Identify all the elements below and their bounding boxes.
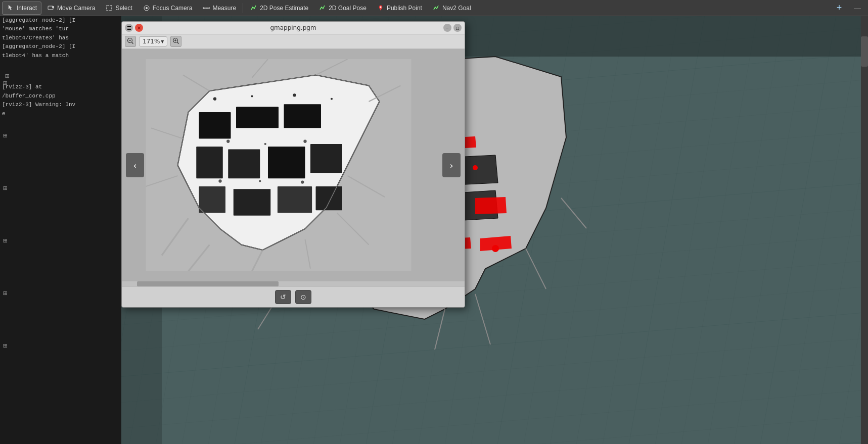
select-button[interactable]: Select xyxy=(101,2,136,15)
map-toolbar: 171% ▾ xyxy=(122,34,465,49)
svg-point-73 xyxy=(301,180,304,183)
terminal-line-4: [aggregator_node-2] [I xyxy=(0,42,121,51)
publish-point-icon xyxy=(377,4,385,12)
sidebar-icon-4[interactable]: ⊞ xyxy=(0,235,10,245)
pose-estimate-icon xyxy=(250,4,258,12)
svg-point-67 xyxy=(331,98,333,100)
sidebar-icon-1[interactable]: ⊞ xyxy=(0,78,10,88)
svg-rect-46 xyxy=(268,146,305,178)
scrollbar-thumb xyxy=(861,36,868,67)
nav-arrow-left[interactable]: ‹ xyxy=(126,153,144,177)
goal-pose-icon xyxy=(318,4,327,12)
measure-icon xyxy=(202,4,210,12)
2d-goal-pose-button[interactable]: 2D Goal Pose xyxy=(314,2,371,15)
svg-point-69 xyxy=(264,143,266,145)
viewport-scrollbar[interactable] xyxy=(861,16,868,444)
terminal-line-5: tlebot4' has a match xyxy=(0,52,121,60)
add-icon: + xyxy=(835,4,843,12)
main-layout: [aggregator_node-2] [I 'Mouse' matches '… xyxy=(0,16,868,444)
svg-point-12 xyxy=(380,6,381,8)
terminal-line-10: e xyxy=(0,110,121,118)
svg-rect-47 xyxy=(310,144,342,173)
publish-point-button[interactable]: Publish Point xyxy=(372,2,427,15)
center-icon: ⊙ xyxy=(300,293,306,301)
nav2-goal-button[interactable]: Nav2 Goal xyxy=(428,2,476,15)
zoom-out-button[interactable] xyxy=(125,36,136,47)
terminal-line-2: 'Mouse' matches 'tur xyxy=(0,25,121,33)
zoom-value: 171% xyxy=(143,38,160,45)
nav2-goal-icon xyxy=(432,4,440,12)
map-scrollbar[interactable] xyxy=(122,281,465,286)
svg-point-72 xyxy=(259,180,261,182)
window-maximize-button[interactable]: □ xyxy=(453,24,462,32)
terminal-line-9: [rviz2-3] Warning: Inv xyxy=(0,101,121,109)
terminal-line-6 xyxy=(0,60,121,69)
svg-line-39 xyxy=(177,42,179,43)
zoom-in-icon xyxy=(172,37,179,46)
svg-line-35 xyxy=(132,42,133,43)
move-camera-label: Move Camera xyxy=(57,5,95,12)
svg-rect-45 xyxy=(228,150,260,179)
2d-pose-estimate-button[interactable]: 2D Pose Estimate xyxy=(245,2,313,15)
zoom-in-button[interactable] xyxy=(170,36,181,47)
svg-point-70 xyxy=(303,140,306,143)
minimize-button[interactable]: — xyxy=(849,2,866,15)
focus-camera-button[interactable]: Focus Camera xyxy=(138,2,197,15)
pgm-map-image xyxy=(137,59,420,271)
divider-1 xyxy=(243,3,243,13)
nav2-goal-label: Nav2 Goal xyxy=(442,5,471,12)
window-menu-button[interactable]: ☰ xyxy=(125,24,133,32)
map-footer: ↺ ⊙ xyxy=(122,286,465,307)
sidebar-icon-row-1: ⊞ xyxy=(0,69,121,83)
svg-rect-48 xyxy=(199,186,226,213)
reset-icon: ↺ xyxy=(280,293,286,301)
move-camera-button[interactable]: Move Camera xyxy=(42,2,100,15)
map-center-button[interactable]: ⊙ xyxy=(295,290,311,304)
sidebar-icon-5[interactable]: ⊞ xyxy=(0,288,10,298)
svg-rect-2 xyxy=(107,6,112,11)
select-label: Select xyxy=(115,5,132,12)
terminal-line-3: tlebot4/Create3' has xyxy=(0,34,121,42)
zoom-level-display[interactable]: 171% ▾ xyxy=(139,36,167,46)
svg-point-71 xyxy=(218,179,221,182)
svg-rect-51 xyxy=(316,186,343,210)
svg-point-1 xyxy=(52,6,54,8)
svg-point-21 xyxy=(473,165,478,170)
svg-point-64 xyxy=(213,97,216,101)
goal-pose-label: 2D Goal Pose xyxy=(329,5,367,12)
sidebar-icon-3[interactable]: ⊞ xyxy=(0,183,10,193)
3d-viewport[interactable]: ☰ ✕ gmapping.pgm − □ xyxy=(121,16,868,444)
terminal-line-1: [aggregator_node-2] [I xyxy=(0,16,121,25)
nav-arrow-right[interactable]: › xyxy=(442,153,461,177)
interact-label: Interact xyxy=(17,5,37,12)
svg-rect-50 xyxy=(278,186,312,213)
svg-rect-44 xyxy=(196,146,223,178)
interact-button[interactable]: Interact xyxy=(2,2,41,15)
scrollbar-thumb xyxy=(137,281,279,286)
focus-camera-label: Focus Camera xyxy=(153,5,193,12)
select-icon xyxy=(105,4,113,12)
pose-estimate-label: 2D Pose Estimate xyxy=(260,5,308,12)
minimize-icon: — xyxy=(853,4,861,12)
map-reset-button[interactable]: ↺ xyxy=(275,290,291,304)
dropdown-arrow: ▾ xyxy=(161,38,164,45)
terminal-line-7: [rviz2-3] at xyxy=(0,83,121,91)
terminal-panel: [aggregator_node-2] [I 'Mouse' matches '… xyxy=(0,16,121,444)
svg-point-24 xyxy=(492,245,499,252)
svg-point-4 xyxy=(146,7,148,9)
sidebar-icon-6[interactable]: ⊞ xyxy=(0,340,10,351)
right-arrow-icon: › xyxy=(449,160,453,171)
window-close-button[interactable]: ✕ xyxy=(135,24,143,32)
svg-rect-42 xyxy=(236,107,279,128)
measure-label: Measure xyxy=(212,5,236,12)
toolbar: Interact Move Camera Select Focus Camera xyxy=(0,0,868,16)
add-button[interactable]: + xyxy=(831,2,848,15)
map-viewer-titlebar: ☰ ✕ gmapping.pgm − □ xyxy=(122,22,465,34)
window-minimize-button[interactable]: − xyxy=(443,24,451,32)
map-content[interactable]: ‹ › xyxy=(122,49,465,281)
sidebar-icon-2[interactable]: ⊞ xyxy=(0,130,10,140)
svg-rect-43 xyxy=(284,104,322,128)
measure-button[interactable]: Measure xyxy=(198,2,241,15)
svg-point-66 xyxy=(293,93,296,96)
svg-point-68 xyxy=(226,140,230,143)
